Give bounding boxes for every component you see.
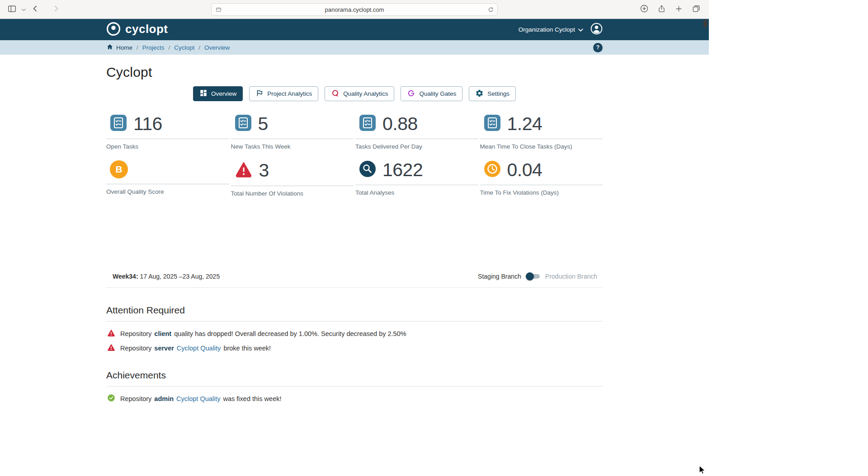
section-divider	[106, 321, 603, 322]
chevron-down-icon	[578, 26, 583, 33]
metric-label: Mean Time To Close Tasks (Days)	[480, 143, 603, 150]
breadcrumb-projects-link[interactable]: Projects	[142, 44, 165, 51]
cyclopt-logo-icon	[106, 22, 121, 38]
branch-toggle-group: Staging Branch Production Branch	[478, 272, 597, 280]
breadcrumb-cyclopt-link[interactable]: Cyclopt	[174, 44, 194, 51]
plus-icon	[675, 5, 683, 14]
metric-label: New Tasks This Week	[231, 143, 354, 150]
metric-label: Total Number Of Violations	[231, 190, 354, 197]
organization-menu-button[interactable]: Organization Cyclopt	[519, 26, 583, 33]
metric-value: 0.88	[382, 115, 418, 133]
check-circle-icon	[107, 394, 115, 403]
tab-settings-label: Settings	[487, 90, 509, 97]
organization-label: Organization Cyclopt	[519, 26, 575, 33]
tab-quality-gates-label: Quality Gates	[419, 90, 456, 97]
help-button[interactable]: ?	[593, 43, 603, 52]
quality-gates-ring-icon	[407, 89, 415, 99]
achievement-item: Repository admin Cyclopt Quality was fix…	[106, 394, 603, 403]
metric-value: 1622	[382, 161, 423, 179]
switch-knob	[526, 272, 534, 280]
repo-name: admin	[154, 395, 174, 402]
metric-new-tasks: 5 New Tasks This Week	[231, 114, 354, 150]
warning-triangle-icon	[107, 343, 115, 353]
browser-window: panorama.cyclopt.com	[0, 0, 709, 476]
tab-quality-analytics-label: Quality Analytics	[343, 90, 388, 97]
back-arrow-icon	[31, 4, 40, 14]
breadcrumb-home-label: Home	[116, 44, 132, 51]
tab-quality-gates[interactable]: Quality Gates	[401, 86, 462, 101]
home-icon	[106, 43, 113, 52]
search-icon	[359, 160, 376, 179]
tab-quality-analytics[interactable]: Quality Analytics	[325, 86, 394, 101]
breadcrumb-separator: /	[137, 44, 138, 51]
main-content: Cyclopt Overview Project Analytics	[106, 65, 603, 403]
metric-quality-score: B Overall Quality Score	[106, 160, 229, 197]
week-divider	[106, 287, 603, 288]
cyclopt-quality-link[interactable]: Cyclopt Quality	[176, 395, 221, 402]
staging-branch-label: Staging Branch	[478, 273, 521, 280]
sidebar-icon	[7, 4, 17, 15]
reload-icon[interactable]	[487, 6, 494, 15]
back-button[interactable]	[30, 3, 41, 15]
metric-value: 5	[258, 115, 268, 133]
cyclopt-logo[interactable]: cyclopt	[106, 22, 168, 38]
chevron-down-icon	[22, 6, 26, 13]
metric-violations: 3 Total Number Of Violations	[231, 160, 354, 197]
achievement-prefix: Repository	[120, 395, 151, 402]
section-divider	[106, 386, 603, 387]
new-tab-button[interactable]	[674, 4, 684, 15]
achievements-title: Achievements	[106, 370, 603, 381]
address-bar[interactable]: panorama.cyclopt.com	[211, 3, 498, 16]
tab-overview[interactable]: Overview	[193, 86, 243, 101]
breadcrumb-home-link[interactable]: Home	[106, 43, 132, 52]
page-title: Cyclopt	[106, 65, 603, 80]
user-avatar-button[interactable]	[590, 23, 603, 37]
week-bar: Week34: 17 Aug, 2025 –23 Aug, 2025 Stagi…	[106, 272, 603, 280]
breadcrumb: Home / Projects / Cyclopt / Overview	[106, 43, 230, 52]
flag-icon	[255, 89, 264, 98]
url-text: panorama.cyclopt.com	[212, 6, 497, 13]
dashboard-icon	[199, 89, 208, 98]
repo-name: client	[154, 330, 171, 337]
tabs-icon	[692, 4, 701, 14]
branch-switch[interactable]	[526, 272, 541, 280]
metric-label: Total Analyses	[355, 189, 478, 196]
attention-text: broke this week!	[223, 345, 271, 352]
sidebar-toggle-button[interactable]	[6, 3, 18, 16]
tab-overview-button[interactable]	[691, 3, 702, 15]
breadcrumb-overview-link[interactable]: Overview	[204, 44, 230, 51]
metric-label: Tasks Delivered Per Day	[355, 143, 478, 150]
toolbar-left-group	[6, 0, 27, 19]
toolbar-nav-group	[30, 0, 61, 19]
breadcrumb-separator: /	[169, 44, 170, 51]
sidebar-chevron-button[interactable]	[21, 5, 27, 14]
cyclopt-quality-link[interactable]: Cyclopt Quality	[177, 345, 221, 352]
tab-project-analytics[interactable]: Project Analytics	[249, 86, 318, 101]
tab-settings[interactable]: Settings	[469, 86, 516, 101]
tasks-icon	[484, 114, 501, 133]
attention-prefix: Repository	[120, 345, 151, 352]
metric-value: 3	[259, 161, 269, 180]
forward-arrow-icon	[52, 4, 61, 14]
breadcrumb-separator: /	[198, 44, 200, 51]
repo-name: server	[154, 345, 174, 352]
attention-item: Repository server Cyclopt Quality broke …	[106, 343, 603, 353]
attention-item: Repository client quality has dropped! O…	[106, 329, 603, 338]
achievement-text: was fixed this week!	[223, 395, 282, 402]
metric-value: 116	[133, 115, 162, 133]
scrollbar-thumb[interactable]	[703, 20, 707, 28]
forward-button[interactable]	[51, 3, 61, 15]
metric-label: Overall Quality Score	[106, 188, 229, 195]
metric-total-analyses: 1622 Total Analyses	[355, 160, 478, 197]
attention-required-title: Attention Required	[106, 305, 603, 316]
metric-value: 0.04	[507, 161, 542, 179]
browser-viewport: cyclopt Organization Cyclopt	[0, 19, 709, 476]
metric-label: Open Tasks	[106, 143, 229, 150]
week-label: Week34:	[113, 273, 138, 280]
share-icon	[657, 5, 666, 14]
warning-triangle-icon	[107, 329, 115, 338]
downloads-button[interactable]	[639, 3, 650, 15]
share-button[interactable]	[656, 4, 667, 15]
attention-text: quality has dropped! Overall decreased b…	[174, 330, 406, 337]
metric-tasks-per-day: 0.88 Tasks Delivered Per Day	[355, 114, 478, 150]
